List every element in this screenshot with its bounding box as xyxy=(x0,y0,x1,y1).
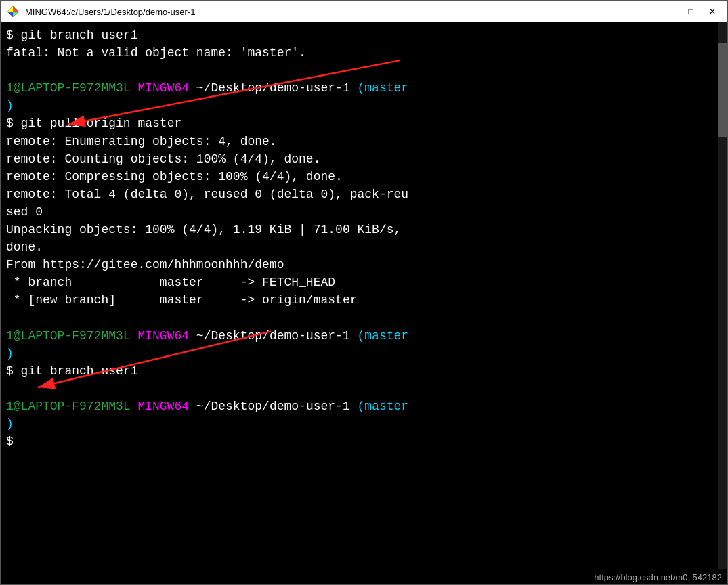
terminal-line xyxy=(6,380,722,397)
terminal-line: done. xyxy=(6,238,722,256)
terminal-line: ) xyxy=(6,415,722,433)
app-icon xyxy=(6,5,20,18)
svg-marker-2 xyxy=(13,12,18,17)
terminal-line: ) xyxy=(6,345,722,362)
terminal-line: 1@LAPTOP-F972MM3L MINGW64 ~/Desktop/demo… xyxy=(6,397,722,415)
titlebar: MINGW64:/c/Users/1/Desktop/demo-user-1 ─… xyxy=(1,1,727,22)
terminal-line xyxy=(6,309,722,327)
terminal-wrapper: $ git branch user1fatal: Not a valid obj… xyxy=(1,22,727,569)
close-button[interactable]: ✕ xyxy=(703,4,722,19)
terminal-line: 1@LAPTOP-F972MM3L MINGW64 ~/Desktop/demo… xyxy=(6,79,722,97)
terminal[interactable]: $ git branch user1fatal: Not a valid obj… xyxy=(1,22,727,454)
titlebar-title: MINGW64:/c/Users/1/Desktop/demo-user-1 xyxy=(25,7,195,17)
bottom-link: https://blog.csdn.net/m0_542182 xyxy=(594,572,722,582)
scrollbar[interactable] xyxy=(718,22,727,569)
terminal-line: Unpacking objects: 100% (4/4), 1.19 KiB … xyxy=(6,221,722,238)
terminal-line: remote: Total 4 (delta 0), reused 0 (del… xyxy=(6,186,722,203)
terminal-line: * branch master -> FETCH_HEAD xyxy=(6,274,722,291)
minimize-button[interactable]: ─ xyxy=(660,4,679,19)
terminal-line: * [new branch] master -> origin/master xyxy=(6,291,722,309)
terminal-line: remote: Enumerating objects: 4, done. xyxy=(6,133,722,150)
bottom-bar: https://blog.csdn.net/m0_542182 xyxy=(1,569,727,584)
scrollbar-thumb[interactable] xyxy=(718,43,727,137)
window: MINGW64:/c/Users/1/Desktop/demo-user-1 ─… xyxy=(0,0,728,585)
terminal-line: From https://gitee.com/hhhmoonhhh/demo xyxy=(6,256,722,274)
terminal-line: $ git branch user1 xyxy=(6,362,722,380)
terminal-line: sed 0 xyxy=(6,203,722,221)
terminal-line: 1@LAPTOP-F972MM3L MINGW64 ~/Desktop/demo… xyxy=(6,327,722,345)
titlebar-controls: ─ □ ✕ xyxy=(660,4,722,19)
terminal-line: $ xyxy=(6,433,722,450)
titlebar-left: MINGW64:/c/Users/1/Desktop/demo-user-1 xyxy=(6,5,195,18)
terminal-line: $ git branch user1 xyxy=(6,26,722,44)
terminal-line: fatal: Not a valid object name: 'master'… xyxy=(6,44,722,62)
terminal-line: remote: Counting objects: 100% (4/4), do… xyxy=(6,150,722,168)
terminal-line xyxy=(6,62,722,79)
maximize-button[interactable]: □ xyxy=(681,4,700,19)
terminal-line: ) xyxy=(6,97,722,114)
terminal-line: remote: Compressing objects: 100% (4/4),… xyxy=(6,168,722,186)
terminal-line: $ git pull origin master xyxy=(6,114,722,132)
